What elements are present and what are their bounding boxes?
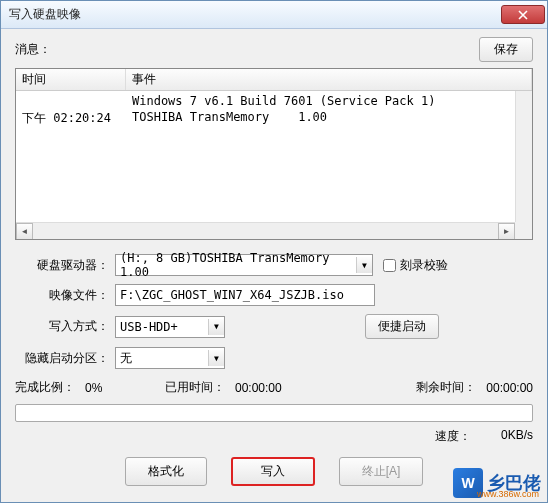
content-area: 消息： 保存 时间 事件 Windows 7 v6.1 Build 7601 (… [1, 29, 547, 494]
abort-button[interactable]: 终止[A] [339, 457, 424, 486]
method-value: USB-HDD+ [120, 320, 206, 334]
image-row: 映像文件： [15, 284, 533, 306]
title-bar: 写入硬盘映像 [1, 1, 547, 29]
log-list: 时间 事件 Windows 7 v6.1 Build 7601 (Service… [15, 68, 533, 240]
list-row[interactable]: Windows 7 v6.1 Build 7601 (Service Pack … [16, 93, 532, 109]
verify-checkbox-wrap[interactable]: 刻录校验 [383, 257, 448, 274]
scrollbar-horizontal[interactable]: ◄ ► [16, 222, 515, 239]
window-title: 写入硬盘映像 [9, 6, 501, 23]
log-header: 时间 事件 [16, 69, 532, 91]
log-cell-event: TOSHIBA TransMemory 1.00 [126, 110, 532, 127]
drive-combo[interactable]: (H:, 8 GB)TOSHIBA TransMemory 1.00 ▼ [115, 254, 373, 276]
method-row: 写入方式： USB-HDD+ ▼ 便捷启动 [15, 314, 533, 339]
log-header-event[interactable]: 事件 [126, 69, 532, 90]
dialog-window: 写入硬盘映像 消息： 保存 时间 事件 Windows 7 v6.1 Build… [0, 0, 548, 503]
speed-value: 0KB/s [501, 428, 533, 445]
scroll-corner [515, 222, 532, 239]
message-label: 消息： [15, 41, 479, 58]
chevron-down-icon: ▼ [208, 319, 224, 335]
progress-info-row: 完成比例： 0% 已用时间： 00:00:00 剩余时间： 00:00:00 [15, 379, 533, 396]
remain-label: 剩余时间： [416, 379, 476, 396]
drive-row: 硬盘驱动器： (H:, 8 GB)TOSHIBA TransMemory 1.0… [15, 254, 533, 276]
scroll-left-icon[interactable]: ◄ [16, 223, 33, 240]
verify-checkbox[interactable] [383, 259, 396, 272]
close-icon [518, 10, 528, 20]
drive-label: 硬盘驱动器： [15, 257, 115, 274]
hidden-row: 隐藏启动分区： 无 ▼ [15, 347, 533, 369]
scrollbar-vertical[interactable] [515, 91, 532, 222]
elapsed-value: 00:00:00 [235, 381, 315, 395]
chevron-down-icon: ▼ [356, 257, 372, 273]
chevron-down-icon: ▼ [208, 350, 224, 366]
write-button[interactable]: 写入 [231, 457, 315, 486]
method-combo[interactable]: USB-HDD+ ▼ [115, 316, 225, 338]
speed-row: 速度： 0KB/s [15, 428, 533, 445]
hidden-combo[interactable]: 无 ▼ [115, 347, 225, 369]
log-body: Windows 7 v6.1 Build 7601 (Service Pack … [16, 91, 532, 130]
ratio-label: 完成比例： [15, 379, 75, 396]
hidden-value: 无 [120, 350, 206, 367]
log-cell-time: 下午 02:20:24 [16, 110, 126, 127]
remain-value: 00:00:00 [486, 381, 533, 395]
log-cell-event: Windows 7 v6.1 Build 7601 (Service Pack … [126, 94, 532, 108]
scroll-right-icon[interactable]: ► [498, 223, 515, 240]
method-label: 写入方式： [15, 318, 115, 335]
scroll-track[interactable] [33, 223, 498, 239]
bottom-buttons: 格式化 写入 终止[A] [15, 457, 533, 486]
form-area: 硬盘驱动器： (H:, 8 GB)TOSHIBA TransMemory 1.0… [15, 254, 533, 369]
save-button[interactable]: 保存 [479, 37, 533, 62]
list-row[interactable]: 下午 02:20:24 TOSHIBA TransMemory 1.00 [16, 109, 532, 128]
image-label: 映像文件： [15, 287, 115, 304]
ratio-value: 0% [85, 381, 165, 395]
log-cell-time [16, 94, 126, 108]
quick-boot-button[interactable]: 便捷启动 [365, 314, 439, 339]
format-button[interactable]: 格式化 [125, 457, 207, 486]
progress-bar [15, 404, 533, 422]
hidden-label: 隐藏启动分区： [15, 350, 115, 367]
elapsed-label: 已用时间： [165, 379, 225, 396]
message-row: 消息： 保存 [15, 37, 533, 62]
drive-value: (H:, 8 GB)TOSHIBA TransMemory 1.00 [120, 251, 354, 279]
image-field[interactable] [115, 284, 375, 306]
close-button[interactable] [501, 5, 545, 24]
speed-label: 速度： [435, 428, 471, 445]
verify-label: 刻录校验 [400, 257, 448, 274]
log-header-time[interactable]: 时间 [16, 69, 126, 90]
